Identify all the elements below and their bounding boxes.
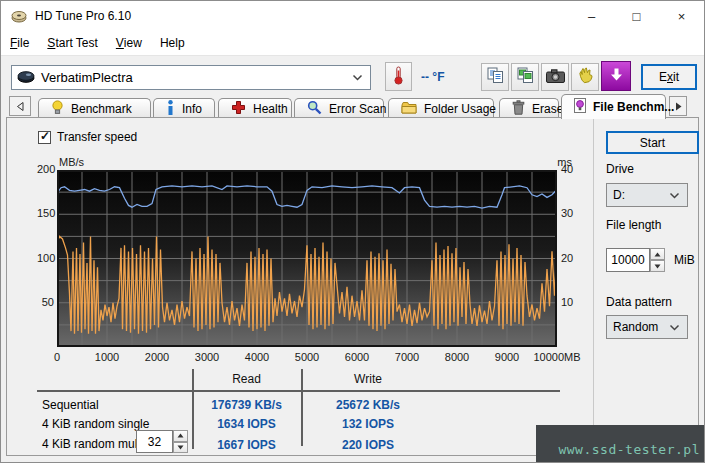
donate-button[interactable]	[571, 63, 599, 91]
axis-tick-label: 200	[37, 163, 54, 175]
drive-dropdown[interactable]: D:	[606, 183, 688, 207]
tab-folder-usage[interactable]: Folder Usage	[388, 98, 494, 118]
axis-tick-label: 8000	[445, 351, 469, 363]
start-button[interactable]: Start	[606, 131, 699, 154]
axis-tick-label: 2000	[145, 351, 169, 363]
axis-tick-label: 40	[561, 163, 585, 175]
axis-tick-label: 9000	[495, 351, 519, 363]
temperature-value: -- °F	[421, 70, 444, 84]
chevron-down-icon	[669, 324, 687, 331]
tab-file-benchmark[interactable]: File Benchm...	[561, 94, 666, 119]
data-pattern-value: Random	[613, 320, 658, 334]
file-length-label: File length	[606, 218, 661, 232]
transfer-speed-plot	[57, 170, 557, 347]
window-controls: – □ ×	[569, 1, 704, 31]
axis-tick-label: 10000MB	[533, 351, 580, 363]
left-axis-unit: MB/s	[59, 156, 84, 168]
spin-down-button[interactable]	[650, 260, 665, 272]
watermark: www.ssd-tester.pl	[536, 425, 705, 463]
chevron-down-icon	[669, 192, 687, 199]
download-arrow-icon	[609, 67, 624, 85]
file-benchmark-icon	[574, 98, 586, 116]
read-column-header: Read	[194, 372, 299, 386]
axis-tick-label: 3000	[195, 351, 219, 363]
axis-tick-label: 20	[561, 252, 585, 264]
random-multi-write-value: 220 IOPS	[303, 438, 433, 452]
magnifier-icon	[307, 100, 322, 118]
copy-text-button[interactable]	[481, 63, 509, 91]
transfer-speed-checkbox[interactable]: Transfer speed	[38, 130, 137, 144]
thermometer-icon	[393, 66, 404, 88]
copy-image-button[interactable]	[511, 63, 539, 91]
copy-image-icon	[517, 67, 534, 87]
chevron-down-icon	[352, 74, 370, 81]
toolbar: VerbatimPlectra -- °F Exit	[1, 55, 704, 94]
tab-benchmark[interactable]: Benchmark	[38, 98, 151, 118]
data-pattern-label: Data pattern	[606, 295, 672, 309]
menu-help[interactable]: Help	[151, 31, 194, 55]
random-single-read-value: 1634 IOPS	[194, 417, 299, 431]
trash-icon	[512, 100, 525, 118]
tab-health[interactable]: Health	[218, 98, 292, 118]
axis-tick-label: 100	[37, 252, 54, 264]
hd-tune-window: HD Tune Pro 6.10 – □ × File Start Test V…	[0, 0, 705, 463]
tab-info[interactable]: Info	[153, 98, 215, 118]
axis-tick-label: 10	[561, 296, 585, 308]
benchmark-chart: MB/s ms 20015010050403020100100020003000…	[37, 154, 602, 368]
data-pattern-dropdown[interactable]: Random	[606, 315, 688, 339]
axis-tick-label: 6000	[345, 351, 369, 363]
health-cross-icon	[231, 100, 246, 118]
hand-icon	[577, 67, 594, 87]
axis-tick-label: 150	[37, 207, 54, 219]
axis-tick-label: 0	[54, 351, 60, 363]
window-title: HD Tune Pro 6.10	[35, 9, 131, 23]
random-multi-read-value: 1667 IOPS	[194, 438, 299, 452]
info-icon	[166, 100, 175, 118]
axis-tick-label: 50	[37, 296, 54, 308]
checkbox-box	[38, 131, 51, 144]
tab-scroll-left[interactable]	[9, 96, 31, 116]
bulb-icon	[51, 100, 64, 118]
checkbox-label: Transfer speed	[57, 130, 137, 144]
spin-up-button[interactable]	[173, 430, 188, 442]
drive-label: Drive	[606, 162, 634, 176]
watermark-text: www.ssd-tester.pl	[558, 442, 700, 457]
menu-view[interactable]: View	[107, 31, 151, 55]
sequential-read-value: 176739 KB/s	[194, 398, 299, 412]
app-icon	[11, 8, 27, 24]
maximize-button[interactable]: □	[614, 1, 659, 31]
arrow-right-icon	[675, 99, 682, 114]
temperature-button[interactable]	[385, 62, 412, 91]
save-button[interactable]	[601, 61, 631, 91]
close-button[interactable]: ×	[659, 1, 704, 31]
random-single-write-value: 132 IOPS	[303, 417, 433, 431]
menu-file[interactable]: File	[1, 31, 38, 55]
spin-up-button[interactable]	[650, 248, 665, 260]
file-length-spinner	[650, 248, 665, 272]
tab-erase[interactable]: Erase	[499, 98, 559, 118]
table-header-divider	[37, 390, 560, 392]
axis-tick-label: 30	[561, 207, 585, 219]
file-length-unit: MiB	[674, 253, 695, 267]
disk-icon	[17, 70, 35, 86]
screenshot-button[interactable]	[541, 63, 569, 91]
axis-tick-label: 5000	[295, 351, 319, 363]
title-bar: HD Tune Pro 6.10 – □ ×	[1, 1, 704, 31]
row-label-sequential: Sequential	[42, 398, 99, 412]
tab-error-scan[interactable]: Error Scan	[294, 98, 384, 118]
sequential-write-value: 25672 KB/s	[303, 398, 433, 412]
axis-tick-label: 4000	[245, 351, 269, 363]
spin-down-button[interactable]	[173, 442, 188, 454]
drive-select[interactable]: VerbatimPlectra	[11, 65, 371, 90]
queue-depth-input[interactable]: 32	[136, 430, 173, 453]
exit-button[interactable]: Exit	[641, 64, 697, 90]
folder-icon	[401, 101, 417, 117]
minimize-button[interactable]: –	[569, 1, 614, 31]
axis-tick-label: 1000	[95, 351, 119, 363]
menu-start-test[interactable]: Start Test	[38, 31, 106, 55]
file-length-input[interactable]: 10000	[606, 248, 650, 272]
file-benchmark-panel: Transfer speed MB/s ms 2001501005040302	[6, 117, 699, 456]
menu-bar: File Start Test View Help	[1, 31, 704, 55]
row-label-random-multi: 4 KiB random multi	[42, 437, 143, 451]
queue-depth-spinner: 32	[136, 430, 188, 453]
